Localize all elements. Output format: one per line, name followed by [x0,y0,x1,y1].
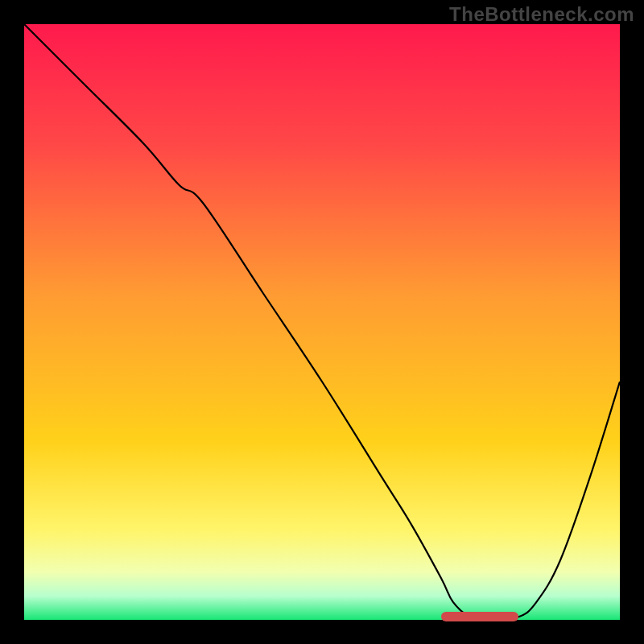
optimal-range-marker [441,612,518,621]
background-gradient [24,24,620,620]
watermark-text: TheBottleneck.com [449,3,634,26]
plot-area [24,24,620,620]
svg-rect-0 [24,24,620,620]
chart-stage: TheBottleneck.com [0,0,644,644]
